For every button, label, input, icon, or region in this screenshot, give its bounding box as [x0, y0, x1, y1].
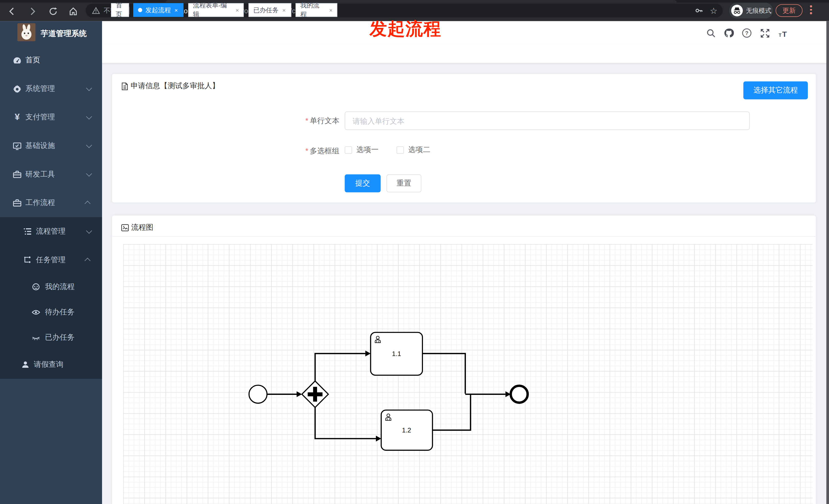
option2-checkbox[interactable]	[397, 147, 404, 154]
search-icon[interactable]	[706, 28, 716, 38]
sidebar-item-label: 待办任务	[45, 307, 75, 317]
bpmn-canvas[interactable]: 1.1 1.2	[123, 244, 813, 504]
sidebar-item-leave-query[interactable]: 请假查询	[0, 350, 102, 379]
user-icon	[21, 360, 30, 369]
close-icon[interactable]: ×	[236, 7, 239, 13]
sidebar-item-system[interactable]: 系统管理	[0, 75, 102, 103]
eye-closed-icon	[32, 334, 40, 342]
update-button[interactable]: 更新	[776, 4, 802, 17]
option1-checkbox[interactable]	[345, 147, 352, 154]
forward-icon[interactable]	[26, 5, 39, 17]
single-line-text-input[interactable]	[345, 111, 750, 130]
option1-label[interactable]: 选项一	[356, 146, 379, 155]
tag-tab-form-edit[interactable]: 流程表单-编辑 ×	[188, 3, 244, 17]
security-warning-icon[interactable]	[92, 7, 100, 14]
svg-text:?: ?	[745, 30, 749, 36]
tag-tab-home[interactable]: 首页	[111, 3, 129, 17]
sidebar-item-label: 请假查询	[34, 360, 63, 369]
sidebar-item-home[interactable]: 首页	[0, 46, 102, 75]
reset-button[interactable]: 重置	[386, 174, 421, 192]
logo-row[interactable]: 芋道管理系统	[0, 21, 102, 46]
tab-label: 流程表单-编辑	[193, 1, 232, 19]
sidebar-item-label: 基础设施	[25, 141, 55, 151]
browser-tabstrip	[0, 0, 829, 3]
sidebar-item-process-mgmt[interactable]: 流程管理	[0, 217, 102, 246]
document-icon	[121, 82, 129, 90]
sidebar-item-devtools[interactable]: 研发工具	[0, 160, 102, 189]
sidebar-item-label: 研发工具	[25, 170, 55, 179]
tab-label: 已办任务	[253, 6, 279, 14]
monitor-icon	[13, 141, 22, 150]
sidebar-item-label: 我的流程	[45, 282, 75, 292]
sidebar: 芋道管理系统 首页 系统管理 ¥ 支付管理	[0, 21, 102, 504]
chrome-menu-icon[interactable]	[810, 5, 812, 14]
bpmn-end-event[interactable]	[511, 386, 528, 402]
sidebar-item-todo-tasks[interactable]: 待办任务	[0, 300, 102, 325]
tree-icon	[23, 227, 32, 236]
sidebar-item-label: 系统管理	[25, 84, 55, 93]
sidebar-item-my-process[interactable]: 我的流程	[0, 274, 102, 300]
eye-icon	[32, 308, 40, 316]
fullscreen-icon[interactable]	[760, 28, 770, 38]
sidebar-item-infra[interactable]: 基础设施	[0, 131, 102, 160]
dashboard-icon	[13, 56, 22, 65]
update-label: 更新	[783, 6, 796, 15]
sidebar-item-label: 首页	[25, 55, 40, 65]
button-label: 重置	[397, 179, 411, 188]
sidebar-item-workflow[interactable]: 工作流程	[0, 189, 102, 217]
sidebar-item-label: 流程管理	[36, 227, 66, 236]
app-title: 芋道管理系统	[41, 21, 87, 46]
sidebar-item-done-tasks[interactable]: 已办任务	[0, 325, 102, 350]
tab-label: 我的流程	[300, 1, 325, 19]
sidebar-item-label: 工作流程	[25, 198, 55, 207]
tag-tab-start-process[interactable]: 发起流程 ×	[133, 3, 183, 17]
sidebar-item-label: 支付管理	[25, 112, 55, 122]
divider	[112, 236, 816, 237]
page-title-annotation: 发起流程	[369, 17, 441, 41]
page-scrollbar[interactable]	[826, 21, 829, 504]
workflow-submenu: 流程管理 任务管理 我的流程 待办任务	[0, 217, 102, 379]
option2-label[interactable]: 选项二	[408, 146, 430, 155]
reload-icon[interactable]	[46, 5, 59, 17]
browser-active-tab[interactable]	[166, 0, 677, 3]
help-icon[interactable]: ?	[742, 28, 752, 38]
required-asterisk: *	[305, 147, 308, 155]
viewport: 不安全 dashboard.yudao.iocoder.cn/bpm/proce…	[0, 0, 829, 504]
tag-tab-done-tasks[interactable]: 已办任务 ×	[249, 3, 291, 17]
gear-icon	[13, 84, 22, 93]
card-title: 申请信息【测试多审批人】	[131, 81, 219, 91]
incognito-label: 无痕模式	[746, 6, 771, 15]
close-icon[interactable]: ×	[329, 7, 332, 13]
chevron-down-icon	[86, 142, 92, 148]
bpmn-start-event[interactable]	[249, 385, 267, 403]
tab-label: 首页	[116, 1, 124, 19]
sidebar-menu: 首页 系统管理 ¥ 支付管理 基础设施	[0, 46, 102, 217]
yen-icon: ¥	[13, 113, 22, 122]
incognito-badge: 无痕模式	[729, 3, 773, 18]
font-size-icon[interactable]: TT	[778, 28, 788, 38]
sidebar-item-payment[interactable]: ¥ 支付管理	[0, 103, 102, 131]
chevron-up-icon	[85, 258, 91, 264]
sidebar-item-task-mgmt[interactable]: 任务管理	[0, 245, 102, 274]
bpmn-task-label: 1.2	[402, 427, 411, 434]
toolbox-icon	[13, 170, 22, 179]
close-icon[interactable]: ×	[174, 7, 178, 13]
chevron-down-icon	[86, 171, 92, 177]
bpmn-task-label: 1.1	[392, 350, 401, 357]
submit-button[interactable]: 提交	[345, 174, 381, 192]
bookmark-star-icon[interactable]: ☆	[710, 6, 718, 15]
select-other-process-button[interactable]: 选择其它流程	[743, 81, 808, 99]
back-icon[interactable]	[5, 5, 18, 17]
chevron-down-icon	[86, 228, 92, 234]
github-icon[interactable]	[724, 28, 734, 38]
chevron-up-icon	[85, 201, 91, 206]
sidebar-item-label: 已办任务	[45, 333, 75, 343]
button-label: 选择其它流程	[753, 86, 798, 95]
close-icon[interactable]: ×	[282, 7, 286, 13]
svg-text:T: T	[782, 30, 787, 38]
checkbox-group-label: *多选框组	[260, 147, 339, 156]
key-icon[interactable]	[694, 6, 704, 15]
svg-text:T: T	[779, 33, 782, 38]
tag-tab-my-process[interactable]: 我的流程 ×	[296, 3, 337, 17]
home-icon[interactable]	[67, 5, 79, 17]
